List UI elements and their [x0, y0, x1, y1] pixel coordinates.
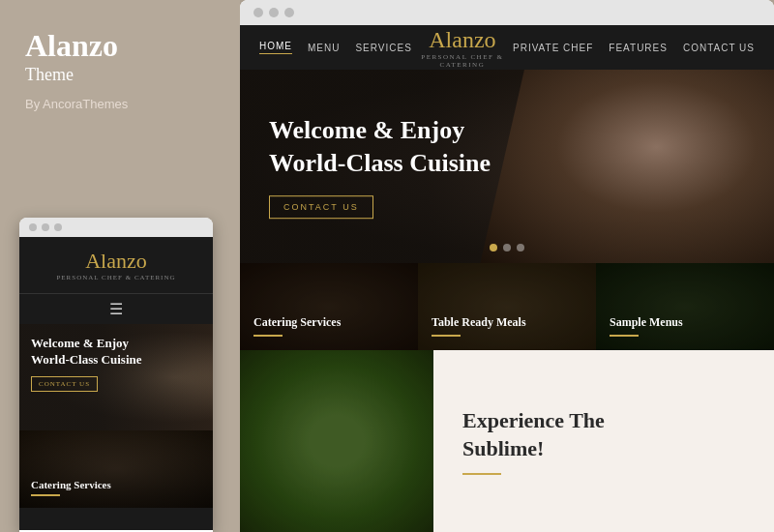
nav-link-services[interactable]: SERVICES — [355, 43, 411, 53]
desktop-dot-3 — [284, 8, 294, 17]
nav-link-private-chef[interactable]: PRIVATE CHEF — [513, 43, 593, 53]
desktop-dots-bar — [240, 0, 774, 25]
mobile-hero: Welcome & Enjoy World-Class Cuisine CONT… — [19, 324, 213, 430]
hero-pagination-dots — [490, 244, 524, 251]
nav-logo-script: Alanzo — [429, 27, 495, 52]
desktop-dot-1 — [253, 8, 263, 17]
hero-dot-1[interactable] — [490, 244, 497, 251]
nav-link-features[interactable]: FEATURES — [609, 43, 668, 53]
mobile-catering-line — [31, 494, 60, 496]
desktop-nav: HOME MENU SERVICES Alanzo Personal Chef … — [240, 25, 774, 70]
hero-heading: Welcome & Enjoy World-Class Cuisine — [269, 114, 491, 180]
service-card-label-1: Catering Services — [253, 315, 341, 329]
mobile-dot-2 — [42, 223, 49, 231]
hero-text-area: Welcome & Enjoy World-Class Cuisine CONT… — [269, 114, 491, 219]
desktop-dot-2 — [269, 8, 279, 17]
service-card-overlay-1 — [240, 263, 418, 350]
service-card-line-2 — [432, 335, 461, 337]
theme-by-label: By AncoraThemes — [25, 97, 215, 111]
hero-chef-image — [480, 70, 774, 263]
bottom-text-area: Experience The Sublime! — [433, 350, 774, 532]
bottom-food-overlay — [240, 350, 433, 532]
desktop-hero: Welcome & Enjoy World-Class Cuisine CONT… — [240, 70, 774, 263]
mobile-catering-bg — [19, 430, 213, 508]
mobile-catering-card[interactable]: Catering Services — [19, 430, 213, 508]
service-card-label-2: Table Ready Meals — [432, 315, 526, 329]
service-card-sample-menus[interactable]: Sample Menus — [596, 263, 774, 350]
nav-logo-tagline: Personal Chef & Catering — [412, 53, 513, 69]
desktop-content: HOME MENU SERVICES Alanzo Personal Chef … — [240, 25, 774, 532]
mobile-preview: Alanzo Personal Chef & Catering ☰ Welcom… — [19, 218, 213, 532]
bottom-food-image — [240, 350, 433, 532]
mobile-contact-btn[interactable]: CONTACT US — [31, 376, 98, 392]
service-card-line-3 — [610, 335, 639, 337]
service-card-content-3: Sample Menus — [610, 312, 683, 337]
service-card-table-ready[interactable]: Table Ready Meals — [418, 263, 596, 350]
service-card-content-1: Catering Services — [253, 312, 341, 337]
mobile-dot-1 — [29, 223, 37, 231]
theme-title: Alanzo — [25, 29, 215, 63]
mobile-dots-bar — [19, 218, 213, 237]
mobile-logo-tagline: Personal Chef & Catering — [31, 274, 201, 281]
mobile-content: Alanzo Personal Chef & Catering ☰ Welcom… — [19, 237, 213, 530]
mobile-catering-label: Catering Services — [31, 479, 111, 496]
hero-dot-2[interactable] — [503, 244, 511, 251]
mobile-logo: Alanzo — [31, 249, 201, 274]
mobile-hamburger-icon[interactable]: ☰ — [19, 294, 213, 324]
nav-link-contact[interactable]: CONTACT US — [683, 43, 755, 53]
hero-contact-btn[interactable]: CONTACT US — [269, 195, 373, 219]
nav-link-home[interactable]: HOME — [259, 41, 292, 54]
mobile-dot-3 — [54, 223, 62, 231]
service-card-label-3: Sample Menus — [610, 315, 683, 329]
nav-logo: Alanzo Personal Chef & Catering — [412, 27, 513, 69]
nav-link-menu[interactable]: MENU — [308, 43, 340, 53]
service-card-line-1 — [253, 335, 283, 337]
mobile-hero-text: Welcome & Enjoy World-Class Cuisine CONT… — [31, 336, 142, 392]
mobile-hero-heading: Welcome & Enjoy World-Class Cuisine — [31, 336, 142, 369]
service-card-content-2: Table Ready Meals — [432, 312, 526, 337]
mobile-logo-area: Alanzo Personal Chef & Catering — [19, 237, 213, 294]
hero-dot-3[interactable] — [517, 244, 524, 251]
service-cards-row: Catering Services Table Ready Meals Samp… — [240, 263, 774, 350]
desktop-bottom-section: Experience The Sublime! — [240, 350, 774, 532]
service-card-overlay-3 — [596, 263, 774, 350]
service-card-catering[interactable]: Catering Services — [240, 263, 418, 350]
service-card-overlay-2 — [418, 263, 596, 350]
right-panel: HOME MENU SERVICES Alanzo Personal Chef … — [240, 0, 774, 532]
theme-subtitle: Theme — [25, 65, 215, 85]
bottom-accent-line — [462, 473, 501, 475]
nav-links-right: PRIVATE CHEF FEATURES CONTACT US — [513, 43, 755, 53]
bottom-heading: Experience The Sublime! — [462, 407, 745, 462]
left-panel: Alanzo Theme By AncoraThemes Alanzo Pers… — [0, 0, 240, 532]
nav-links-left: HOME MENU SERVICES — [259, 41, 412, 54]
